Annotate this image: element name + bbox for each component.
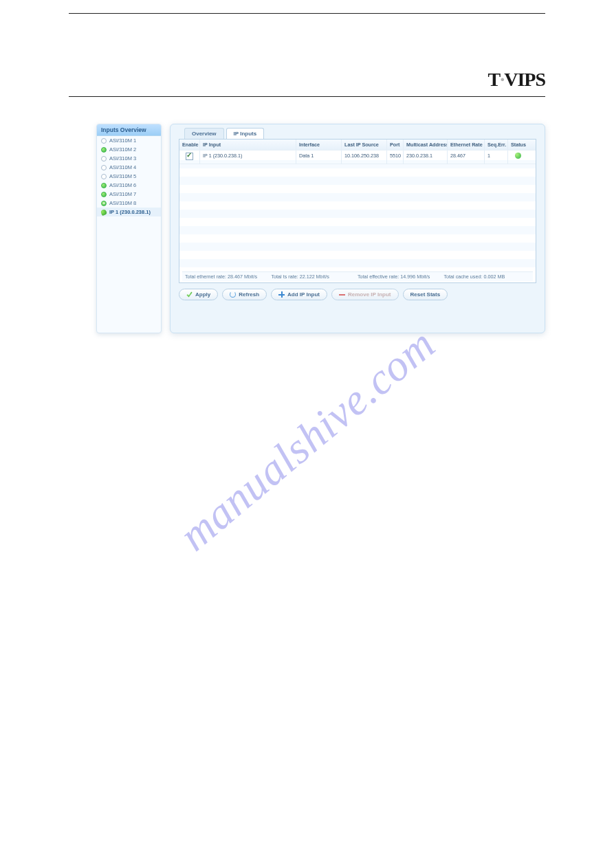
sidebar-title: Inputs Overview (97, 124, 161, 136)
sidebar-item[interactable]: ASI/310M 2 (97, 145, 161, 154)
total-ethernet-rate: Total ethernet rate: 28.467 Mbit/s (185, 274, 272, 280)
check-icon (186, 291, 193, 298)
footer-rule (69, 13, 545, 14)
cell-enable[interactable] (179, 151, 200, 164)
sidebar-item-label: ASI/310M 3 (109, 155, 136, 162)
col-multicast-address[interactable]: Multicast Address (404, 140, 448, 150)
tabs: OverviewIP Inputs (184, 128, 536, 139)
checkbox-icon[interactable] (186, 153, 193, 160)
cell-last-ip-source: 10.106.250.238 (342, 151, 387, 164)
remove-ip-label: Remove IP Input (348, 291, 391, 298)
sidebar-item[interactable]: ASI/310M 8 (97, 199, 161, 208)
col-status[interactable]: Status (508, 140, 527, 150)
sidebar-item-label: ASI/310M 1 (109, 137, 136, 144)
refresh-button[interactable]: Refresh (222, 289, 267, 300)
minus-icon (339, 291, 345, 298)
cell-status (508, 151, 527, 164)
status-empty-icon (101, 138, 107, 144)
sidebar-item[interactable]: ASI/310M 4 (97, 163, 161, 172)
total-effective-rate: Total effective rate: 14.996 Mbit/s (358, 274, 444, 280)
cell-port: 5510 (387, 151, 404, 164)
table-header: Enable IP Input Interface Last IP Source… (179, 140, 536, 151)
cell-interface: Data 1 (296, 151, 342, 164)
reset-stats-button[interactable]: Reset Stats (403, 289, 448, 300)
status-green-icon (101, 183, 107, 188)
refresh-icon (230, 291, 236, 298)
sidebar-item-label: ASI/310M 6 (109, 182, 136, 188)
sidebar-item-label: ASI/310M 2 (109, 146, 136, 153)
header-rule (69, 96, 545, 97)
button-bar: Apply Refresh Add IP Input Remove IP Inp… (179, 289, 536, 300)
add-ip-label: Add IP Input (287, 291, 320, 298)
reset-stats-label: Reset Stats (410, 291, 441, 298)
status-green-icon (101, 147, 107, 153)
ip-input-table: Enable IP Input Interface Last IP Source… (179, 139, 536, 283)
apply-label: Apply (195, 291, 210, 298)
tab-overview[interactable]: Overview (184, 128, 224, 139)
col-last-ip-source[interactable]: Last IP Source (342, 140, 387, 150)
col-enable[interactable]: Enable (179, 140, 200, 150)
sidebar-item[interactable]: ASI/310M 3 (97, 154, 161, 163)
table-zebra (179, 160, 536, 282)
col-interface[interactable]: Interface (296, 140, 342, 150)
cell-ethernet-rate: 28.467 (448, 151, 485, 164)
col-seq-err[interactable]: Seq.Err. (485, 140, 508, 150)
app-screenshot: Inputs Overview ASI/310M 1ASI/310M 2ASI/… (96, 124, 545, 333)
cell-ip-input: IP 1 (230.0.238.1) (200, 151, 296, 164)
watermark: manualshive.com (169, 318, 445, 561)
sidebar-item-label: ASI/310M 7 (109, 191, 136, 197)
table-row[interactable]: IP 1 (230.0.238.1)Data 110.106.250.23855… (179, 151, 536, 164)
status-empty-icon (101, 165, 107, 170)
sidebar-item[interactable]: IP 1 (230.0.238.1) (97, 208, 161, 216)
sidebar-item[interactable]: ASI/310M 6 (97, 181, 161, 190)
leaf-icon (100, 208, 107, 215)
status-green-x-icon (101, 201, 107, 206)
apply-button[interactable]: Apply (179, 289, 218, 300)
add-ip-input-button[interactable]: Add IP Input (271, 289, 327, 300)
main-panel: OverviewIP Inputs Enable IP Input Interf… (170, 124, 545, 333)
sidebar-item-label: ASI/310M 4 (109, 164, 136, 170)
table-totals: Total ethernet rate: 28.467 Mbit/s Total… (182, 271, 533, 281)
sidebar-item[interactable]: ASI/310M 7 (97, 190, 161, 199)
total-cache-used: Total cache used: 0.002 MB (444, 274, 531, 280)
sidebar-item[interactable]: ASI/310M 5 (97, 172, 161, 181)
tab-ip-inputs[interactable]: IP Inputs (226, 128, 265, 139)
brand-logo: T·VIPS (488, 69, 545, 91)
total-ts-rate: Total ts rate: 22.122 Mbit/s (272, 274, 358, 280)
status-empty-icon (101, 174, 107, 179)
status-empty-icon (101, 156, 107, 162)
plus-icon (278, 291, 285, 298)
sidebar: Inputs Overview ASI/310M 1ASI/310M 2ASI/… (96, 124, 162, 333)
remove-ip-input-button[interactable]: Remove IP Input (331, 289, 399, 300)
col-ip-input[interactable]: IP Input (200, 140, 296, 150)
refresh-label: Refresh (239, 291, 259, 298)
col-ethernet-rate[interactable]: Ethernet Rate [Mbit/s] (448, 140, 485, 150)
sidebar-item-label: ASI/310M 8 (109, 200, 136, 206)
sidebar-item-label: ASI/310M 5 (109, 173, 136, 179)
col-port[interactable]: Port (387, 140, 404, 150)
status-green-icon (101, 192, 107, 197)
cell-multicast-address: 230.0.238.1 (404, 151, 448, 164)
sidebar-item-label: IP 1 (230.0.238.1) (109, 209, 151, 215)
sidebar-item[interactable]: ASI/310M 1 (97, 136, 161, 145)
status-ok-icon (515, 153, 521, 159)
cell-seq-err: 1 (485, 151, 508, 164)
